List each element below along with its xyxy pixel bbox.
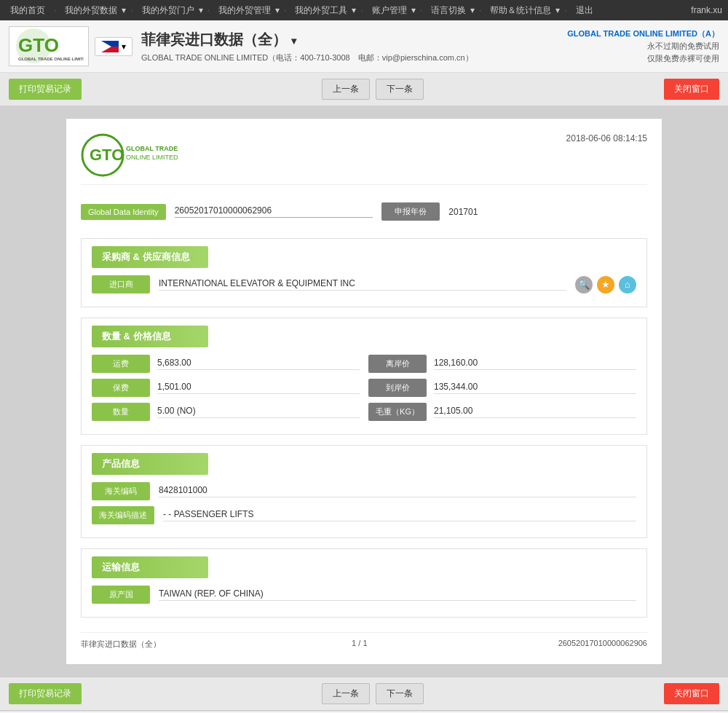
gross-weight-label: 毛重（KG） <box>368 403 427 421</box>
cif-label: 到岸价 <box>368 379 427 397</box>
customs-desc-row: 海关编码描述 - - PASSENGER LIFTS <box>92 506 636 524</box>
freight-field: 运费 5,683.00 <box>92 355 360 373</box>
bottom-toolbar: 打印贸易记录 上一条 下一条 关闭窗口 <box>0 677 728 711</box>
cif-value: 135,344.00 <box>434 382 636 394</box>
nav-sep-4: · <box>356 0 367 20</box>
header-title-area: 采购商 & 供应商信息 菲律宾进口数据（全） ▾ GLOBAL TRADE ON… <box>141 30 567 63</box>
fob-label: 离岸价 <box>368 355 427 373</box>
freight-label: 运费 <box>92 355 150 373</box>
gto-logo-svg: GTO GLOBAL TRADE ONLINE LIMITED <box>15 27 84 65</box>
nav-sep-1: · <box>126 0 137 20</box>
product-title: 产品信息 <box>92 453 208 475</box>
nav-help-stats[interactable]: 帮助＆统计信息 <box>486 0 555 20</box>
origin-country-value: TAIWAN (REP. OF CHINA) <box>159 588 636 601</box>
nav-sep-6: · <box>475 0 486 20</box>
global-data-identity-value: 26052017010000062906 <box>175 205 373 218</box>
nav-home[interactable]: 我的首页 <box>6 0 50 20</box>
header-bar: GTO GLOBAL TRADE ONLINE LIMITED ▾ 采购商 & … <box>0 20 728 73</box>
importer-label: 进口商 <box>92 275 150 294</box>
customs-desc-label: 海关编码描述 <box>92 506 154 524</box>
svg-text:GLOBAL TRADE: GLOBAL TRADE <box>126 145 178 152</box>
origin-country-row: 原产国 TAIWAN (REP. OF CHINA) <box>92 586 636 604</box>
nav-username: frank.xu <box>691 5 722 15</box>
card-page: 1 / 1 <box>352 639 367 650</box>
prev-button-bottom[interactable]: 上一条 <box>322 683 370 704</box>
logo-area: GTO GLOBAL TRADE ONLINE LIMITED ▾ <box>9 26 132 66</box>
top-right-info: GLOBAL TRADE ONLINE LIMITED（A） 永不过期的免费试用… <box>567 28 719 64</box>
next-button-bottom[interactable]: 下一条 <box>376 683 424 704</box>
flag-selector[interactable]: ▾ <box>95 37 132 56</box>
next-button-top[interactable]: 下一条 <box>376 79 424 100</box>
insurance-value: 1,501.00 <box>157 382 360 394</box>
print-button-bottom[interactable]: 打印贸易记录 <box>9 683 82 704</box>
top-toolbar: 打印贸易记录 上一条 下一条 关闭窗口 <box>0 73 728 106</box>
importer-icons: 🔍 ★ ⌂ <box>575 276 636 294</box>
nav-logout[interactable]: 退出 <box>571 0 598 20</box>
card-logo: GTO GLOBAL TRADE ONLINE LIMITED <box>81 133 183 177</box>
main-content: GTO GLOBAL TRADE ONLINE LIMITED 2018-06-… <box>0 106 728 677</box>
customs-desc-value: - - PASSENGER LIFTS <box>163 509 636 521</box>
origin-country-label: 原产国 <box>92 586 150 604</box>
nav-foreign-tools[interactable]: 我的外贸工具 <box>290 0 352 20</box>
title-dropdown-icon[interactable]: ▾ <box>291 35 296 47</box>
identity-row: Global Data Identity 2605201701000006290… <box>81 197 647 226</box>
quantity-price-title: 数量 & 价格信息 <box>92 326 208 347</box>
gross-weight-value: 21,105.00 <box>434 406 636 418</box>
record-datetime: 2018-06-06 08:14:15 <box>566 133 647 143</box>
svg-text:GLOBAL TRADE ONLINE LIMITED: GLOBAL TRADE ONLINE LIMITED <box>18 57 84 61</box>
nav-account-mgmt[interactable]: 账户管理 <box>368 0 411 20</box>
close-button-top[interactable]: 关闭窗口 <box>664 79 719 100</box>
star-icon[interactable]: ★ <box>597 276 614 294</box>
quantity-value: 5.00 (NO) <box>157 406 360 418</box>
price-row-1: 保费 1,501.00 到岸价 135,344.00 <box>92 379 636 397</box>
card-data-source: 菲律宾进口数据（全） <box>81 639 161 650</box>
card-logo-svg: GTO GLOBAL TRADE ONLINE LIMITED <box>81 133 183 177</box>
svg-text:ONLINE LIMITED: ONLINE LIMITED <box>126 154 178 161</box>
print-button-top[interactable]: 打印贸易记录 <box>9 79 82 100</box>
fob-value: 128,160.00 <box>434 358 636 370</box>
top-navigation: 我的首页 · 我的外贸数据 ▾ · 我的外贸门户 ▾ · 我的外贸管理 ▾ · … <box>0 0 728 20</box>
ph-flag <box>101 41 119 52</box>
section-quantity-price: 数量 & 价格信息 运费 5,683.00 离岸价 128,160.00 保费 … <box>81 318 647 435</box>
nav-foreign-data[interactable]: 我的外贸数据 <box>60 0 122 20</box>
nav-sep-7: · <box>560 0 571 20</box>
importer-value: INTERNATIONAL ELEVATOR & EQUIPMENT INC <box>159 278 566 291</box>
company-name-label: GLOBAL TRADE ONLINE LIMITED（A） <box>567 28 719 39</box>
close-button-bottom[interactable]: 关闭窗口 <box>664 683 719 704</box>
customs-code-row: 海关编码 8428101000 <box>92 482 636 500</box>
price-row-2: 数量 5.00 (NO) 毛重（KG） 21,105.00 <box>92 403 636 421</box>
section-buyer-supplier: 采购商 & 供应商信息 进口商 INTERNATIONAL ELEVATOR &… <box>81 238 647 307</box>
insurance-label: 保费 <box>92 379 150 397</box>
insurance-field: 保费 1,501.00 <box>92 379 360 397</box>
nav-foreign-portal[interactable]: 我的外贸门户 <box>138 0 199 20</box>
nav-foreign-mgmt[interactable]: 我的外贸管理 <box>214 0 275 20</box>
trial-text-1: 永不过期的免费试用 <box>567 41 719 52</box>
company-logo: GTO GLOBAL TRADE ONLINE LIMITED <box>9 26 89 66</box>
page-title: 采购商 & 供应商信息 菲律宾进口数据（全） ▾ <box>141 30 567 50</box>
nav-sep-5: · <box>416 0 427 20</box>
card-footer-info: 菲律宾进口数据（全） 1 / 1 26052017010000062906 <box>81 632 647 650</box>
nav-lang-switch[interactable]: 语言切换 <box>427 0 470 20</box>
transport-title: 运输信息 <box>92 556 208 578</box>
importer-row: 进口商 INTERNATIONAL ELEVATOR & EQUIPMENT I… <box>92 275 636 294</box>
card-record-id: 26052017010000062906 <box>558 639 647 650</box>
section-transport: 运输信息 原产国 TAIWAN (REP. OF CHINA) <box>81 548 647 618</box>
buyer-supplier-title: 采购商 & 供应商信息 <box>92 246 208 268</box>
svg-text:GTO: GTO <box>18 34 59 56</box>
declaration-year-value: 201701 <box>448 207 647 217</box>
search-icon[interactable]: 🔍 <box>575 276 593 294</box>
customs-code-value: 8428101000 <box>159 485 636 497</box>
prev-button-top[interactable]: 上一条 <box>322 79 370 100</box>
nav-sep-0: · <box>50 0 60 20</box>
freight-value: 5,683.00 <box>157 358 360 370</box>
declaration-year-label: 申报年份 <box>381 202 440 221</box>
trial-text-2: 仅限免费赤裸可使用 <box>567 53 719 64</box>
quantity-label: 数量 <box>92 403 150 421</box>
customs-code-label: 海关编码 <box>92 482 150 500</box>
svg-text:GTO: GTO <box>90 146 124 164</box>
gross-weight-field: 毛重（KG） 21,105.00 <box>368 403 636 421</box>
page-title-text: 菲律宾进口数据（全） <box>141 31 287 47</box>
flag-dropdown-icon: ▾ <box>122 42 126 52</box>
contact-info: GLOBAL TRADE ONLINE LIMITED（电话：400-710-3… <box>141 52 567 63</box>
home-icon[interactable]: ⌂ <box>619 276 636 294</box>
